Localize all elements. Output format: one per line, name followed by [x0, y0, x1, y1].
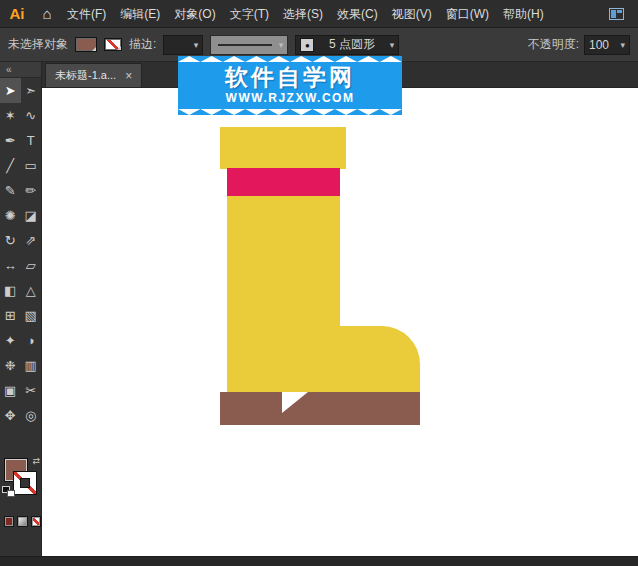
fill-stroke-widget: ⇄ [0, 456, 42, 504]
blend-tool[interactable]: ◑ [21, 328, 42, 353]
color-mode-button[interactable] [4, 516, 14, 527]
menu-object[interactable]: 对象(O) [167, 0, 222, 28]
selection-status-label: 未选择对象 [8, 36, 68, 53]
stroke-width-label: 描边: [129, 36, 156, 53]
close-icon[interactable]: × [125, 69, 132, 83]
type-tool[interactable]: T [21, 128, 42, 153]
boot-sole-shape[interactable] [220, 392, 420, 425]
default-swatches-icon[interactable] [2, 486, 15, 497]
shape-builder-tool[interactable]: ◧ [0, 278, 21, 303]
boot-foot-shape[interactable] [227, 326, 420, 392]
direct-selection-tool[interactable]: ➣ [21, 78, 42, 103]
menu-edit[interactable]: 编辑(E) [113, 0, 167, 28]
menu-bar: Ai ⌂ 文件(F) 编辑(E) 对象(O) 文字(T) 选择(S) 效果(C)… [0, 0, 638, 28]
opacity-label: 不透明度: [528, 36, 579, 53]
main-area: « ➤ ➣ ✶ ∿ ✒ T ╱ ▭ ✎ ✏ ✺ ◪ ↻ ⇗ ↔ ▱ ◧ △ ⊞ … [0, 62, 638, 556]
artboard-tool[interactable]: ▣ [0, 378, 21, 403]
gradient-mode-button[interactable] [17, 516, 27, 527]
selection-tool[interactable]: ➤ [0, 78, 21, 103]
perspective-grid-tool[interactable]: △ [21, 278, 42, 303]
chevron-down-icon: ▾ [194, 40, 199, 50]
pencil-tool[interactable]: ✏ [21, 178, 42, 203]
menu-help[interactable]: 帮助(H) [496, 0, 551, 28]
toolbar-collapse-button[interactable]: « [0, 62, 41, 78]
tab-title: 未标题-1.a... [55, 68, 116, 83]
lasso-tool[interactable]: ∿ [21, 103, 42, 128]
artboard-canvas[interactable] [42, 88, 638, 556]
stroke-width-field[interactable]: ▾ [163, 35, 203, 55]
boot-cuff-shape[interactable] [220, 127, 346, 169]
illustrator-logo: Ai [0, 0, 34, 28]
hand-tool[interactable]: ✥ [0, 403, 21, 428]
status-bar [0, 556, 638, 566]
slice-tool[interactable]: ✂ [21, 378, 42, 403]
color-mode-row [0, 516, 41, 527]
opacity-field[interactable]: 100 ▾ [584, 35, 630, 55]
document-tab[interactable]: 未标题-1.a... × [45, 63, 142, 87]
symbol-sprayer-tool[interactable]: ❉ [0, 353, 21, 378]
pen-tool[interactable]: ✒ [0, 128, 21, 153]
width-tool[interactable]: ↔ [0, 253, 21, 278]
home-icon[interactable]: ⌂ [34, 0, 60, 28]
menu-window[interactable]: 窗口(W) [439, 0, 496, 28]
rotate-tool[interactable]: ↻ [0, 228, 21, 253]
stroke-color-well[interactable] [104, 38, 122, 51]
menu-type[interactable]: 文字(T) [223, 0, 276, 28]
width-profile-dropdown[interactable]: ▾ [210, 35, 288, 55]
fill-color-well[interactable] [75, 37, 97, 52]
mesh-tool[interactable]: ⊞ [0, 303, 21, 328]
opacity-value: 100 [589, 38, 609, 52]
chevron-down-icon: ▾ [620, 40, 625, 50]
column-graph-tool[interactable]: ▥ [21, 353, 42, 378]
brush-definition-dropdown[interactable]: ● 5 点圆形 ▾ [295, 35, 399, 55]
boot-stripe-shape[interactable] [227, 168, 340, 196]
gradient-tool[interactable]: ▧ [21, 303, 42, 328]
stroke-swatch-hole [20, 478, 30, 488]
rectangle-tool[interactable]: ▭ [21, 153, 42, 178]
well-dropdown-corner-icon [92, 47, 96, 51]
brush-definition-label: 5 点圆形 [329, 36, 375, 53]
uniform-profile-preview [218, 44, 271, 46]
menu-select[interactable]: 选择(S) [276, 0, 330, 28]
none-mode-button[interactable] [31, 516, 41, 527]
well-dropdown-corner-icon [117, 46, 121, 50]
tools-grid: ➤ ➣ ✶ ∿ ✒ T ╱ ▭ ✎ ✏ ✺ ◪ ↻ ⇗ ↔ ▱ ◧ △ ⊞ ▧ … [0, 78, 41, 428]
document-area: 未标题-1.a... × [42, 62, 638, 556]
watermark-banner: 软件自学网 WWW.RJZXW.COM [178, 56, 402, 115]
eyedropper-tool[interactable]: ✦ [0, 328, 21, 353]
paintbrush-tool[interactable]: ✎ [0, 178, 21, 203]
menu-effect[interactable]: 效果(C) [330, 0, 385, 28]
zoom-tool[interactable]: ◎ [21, 403, 42, 428]
watermark-url: WWW.RJZXW.COM [182, 91, 398, 105]
watermark-title: 软件自学网 [182, 64, 398, 91]
scale-tool[interactable]: ⇗ [21, 228, 42, 253]
menu-view[interactable]: 视图(V) [385, 0, 439, 28]
swap-fill-stroke-icon[interactable]: ⇄ [32, 456, 40, 466]
watermark-zigzag-bottom [178, 109, 402, 115]
brush-preview-dot-icon: ● [300, 38, 314, 52]
tools-panel: « ➤ ➣ ✶ ∿ ✒ T ╱ ▭ ✎ ✏ ✺ ◪ ↻ ⇗ ↔ ▱ ◧ △ ⊞ … [0, 62, 42, 556]
watermark-body: 软件自学网 WWW.RJZXW.COM [178, 62, 402, 109]
free-transform-tool[interactable]: ▱ [21, 253, 42, 278]
chevron-down-icon: ▾ [390, 40, 395, 50]
chevron-down-icon: ▾ [279, 40, 284, 50]
eraser-tool[interactable]: ◪ [21, 203, 42, 228]
menu-file[interactable]: 文件(F) [60, 0, 113, 28]
stroke-swatch[interactable] [13, 471, 37, 495]
opacity-group: 不透明度: 100 ▾ [528, 35, 630, 55]
line-segment-tool[interactable]: ╱ [0, 153, 21, 178]
workspace-switcher-icon[interactable] [609, 8, 624, 20]
magic-wand-tool[interactable]: ✶ [0, 103, 21, 128]
blob-brush-tool[interactable]: ✺ [0, 203, 21, 228]
